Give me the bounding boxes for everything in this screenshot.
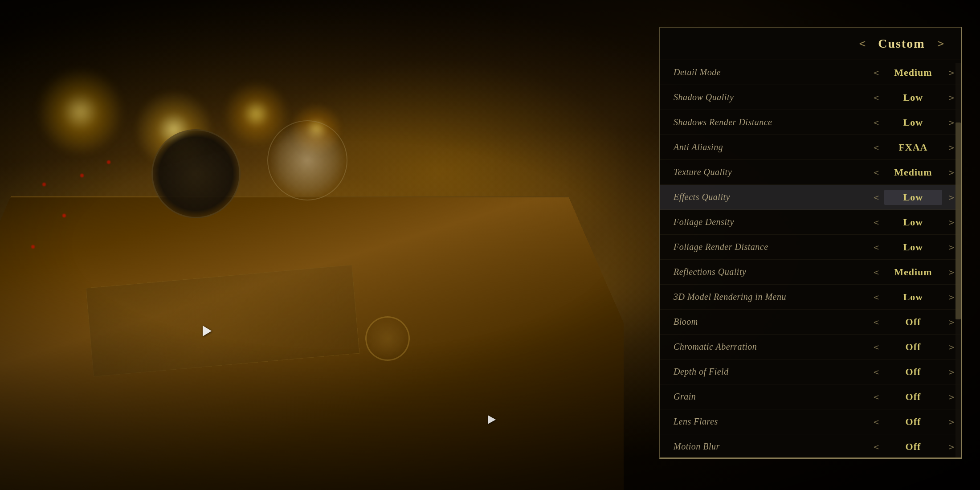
setting-value-reflections-quality: Low bbox=[884, 291, 942, 303]
setting-row-shadows-render-distance[interactable]: Anti Aliasing < FXAA > bbox=[660, 135, 961, 160]
setting-row-foliage-density[interactable]: Foliage Render Distance < Low > bbox=[660, 235, 961, 260]
setting-label-chromatic-aberration: Depth of Field bbox=[660, 367, 868, 377]
sun-symbol bbox=[365, 316, 410, 361]
setting-value-foliage-density: Low bbox=[884, 241, 942, 253]
setting-row-texture-quality[interactable]: Effects Quality < Low > bbox=[660, 185, 961, 210]
red-dot-2 bbox=[62, 214, 66, 217]
setting-label-reflections-quality: 3D Model Rendering in Menu bbox=[660, 292, 868, 302]
cursor-background bbox=[203, 326, 212, 336]
setting-value-shadow-quality: Low bbox=[884, 117, 942, 128]
setting-row-3d-model-rendering[interactable]: Bloom < Off > bbox=[660, 310, 961, 335]
setting-row-effects-quality[interactable]: Foliage Density < Low > bbox=[660, 210, 961, 235]
setting-label-effects-quality: Foliage Density bbox=[660, 217, 868, 227]
setting-value-lens-flares: Off bbox=[884, 441, 942, 453]
setting-label-anti-aliasing: Texture Quality bbox=[660, 167, 868, 177]
setting-left-detail-mode[interactable]: < bbox=[868, 90, 884, 105]
settings-panel: < Custom > Detail Mode < Medium > Shadow… bbox=[659, 27, 962, 459]
cursor-settings bbox=[488, 415, 496, 424]
setting-left-grain[interactable]: < bbox=[868, 415, 884, 429]
setting-left-foliage-render-distance[interactable]: < bbox=[868, 265, 884, 279]
setting-value-bloom: Off bbox=[884, 341, 942, 353]
setting-label-3d-model-rendering: Bloom bbox=[660, 317, 868, 327]
setting-label-texture-quality: Effects Quality bbox=[660, 192, 868, 202]
setting-left-depth-of-field[interactable]: < bbox=[868, 390, 884, 404]
setting-label-bloom: Chromatic Aberration bbox=[660, 342, 868, 352]
setting-left-bloom[interactable]: < bbox=[868, 340, 884, 354]
setting-label-grain: Lens Flares bbox=[660, 416, 868, 427]
setting-value-foliage-render-distance: Medium bbox=[884, 266, 942, 278]
scrollbar[interactable] bbox=[956, 63, 961, 457]
candle-glow-1 bbox=[36, 67, 125, 156]
setting-label-lens-flares: Motion Blur bbox=[660, 441, 868, 452]
setting-label-depth-of-field: Grain bbox=[660, 392, 868, 402]
setting-left-foliage-density[interactable]: < bbox=[868, 240, 884, 254]
preset-row: < Custom > bbox=[660, 28, 961, 60]
setting-left-shadow-quality[interactable]: < bbox=[868, 115, 884, 130]
setting-row-grain[interactable]: Lens Flares < Off > bbox=[660, 409, 961, 434]
setting-label-shadow-quality: Shadows Render Distance bbox=[660, 117, 868, 127]
setting-label-detail-mode: Shadow Quality bbox=[660, 92, 868, 102]
red-dot-4 bbox=[31, 245, 35, 249]
preset-value: Custom bbox=[878, 37, 925, 51]
setting-row-shadow-quality[interactable]: Shadows Render Distance < Low > bbox=[660, 110, 961, 135]
setting-left-3d-model-rendering[interactable]: < bbox=[868, 315, 884, 329]
setting-value-depth-of-field: Off bbox=[884, 391, 942, 403]
setting-value-anti-aliasing: Medium bbox=[884, 167, 942, 178]
red-dot-3 bbox=[80, 174, 84, 177]
setting-row-bloom[interactable]: Chromatic Aberration < Off > bbox=[660, 335, 961, 359]
setting-label-foliage-density: Foliage Render Distance bbox=[660, 242, 868, 252]
preset-right-arrow[interactable]: > bbox=[934, 36, 947, 52]
setting-label-foliage-render-distance: Reflections Quality bbox=[660, 267, 868, 277]
setting-value-3d-model-rendering: Off bbox=[884, 316, 942, 328]
setting-value-graphics-preset: Medium bbox=[884, 67, 942, 78]
setting-row-chromatic-aberration[interactable]: Depth of Field < Off > bbox=[660, 359, 961, 384]
mirror-element bbox=[151, 129, 241, 218]
setting-value-texture-quality: Low bbox=[884, 190, 942, 205]
setting-left-lens-flares[interactable]: < bbox=[868, 440, 884, 454]
setting-value-chromatic-aberration: Off bbox=[884, 366, 942, 378]
setting-left-texture-quality[interactable]: < bbox=[868, 190, 884, 204]
setting-value-shadows-render-distance: FXAA bbox=[884, 142, 942, 153]
setting-left-anti-aliasing[interactable]: < bbox=[868, 165, 884, 180]
setting-row-anti-aliasing[interactable]: Texture Quality < Medium > bbox=[660, 160, 961, 185]
setting-left-shadows-render-distance[interactable]: < bbox=[868, 140, 884, 155]
setting-left-chromatic-aberration[interactable]: < bbox=[868, 365, 884, 379]
setting-row-detail-mode[interactable]: Shadow Quality < Low > bbox=[660, 85, 961, 110]
setting-label-shadows-render-distance: Anti Aliasing bbox=[660, 142, 868, 152]
preset-left-arrow[interactable]: < bbox=[856, 36, 869, 52]
setting-row-graphics-preset[interactable]: Detail Mode < Medium > bbox=[660, 60, 961, 85]
setting-value-effects-quality: Low bbox=[884, 216, 942, 228]
red-dot-1 bbox=[42, 183, 46, 186]
setting-value-detail-mode: Low bbox=[884, 92, 942, 103]
setting-row-foliage-render-distance[interactable]: Reflections Quality < Medium > bbox=[660, 260, 961, 285]
setting-row-depth-of-field[interactable]: Grain < Off > bbox=[660, 384, 961, 409]
setting-row-reflections-quality[interactable]: 3D Model Rendering in Menu < Low > bbox=[660, 285, 961, 310]
scrollbar-thumb[interactable] bbox=[956, 122, 961, 320]
red-dot-5 bbox=[107, 160, 110, 164]
setting-row-lens-flares[interactable]: Motion Blur < Off > bbox=[660, 434, 961, 454]
setting-value-grain: Off bbox=[884, 416, 942, 428]
setting-left-graphics-preset[interactable]: < bbox=[868, 65, 884, 80]
setting-label-graphics-preset: Detail Mode bbox=[660, 67, 868, 78]
settings-list: Detail Mode < Medium > Shadow Quality < … bbox=[660, 60, 961, 454]
setting-left-effects-quality[interactable]: < bbox=[868, 215, 884, 229]
setting-left-reflections-quality[interactable]: < bbox=[868, 290, 884, 304]
skull-element bbox=[267, 120, 347, 200]
scene-overlay bbox=[0, 0, 624, 490]
